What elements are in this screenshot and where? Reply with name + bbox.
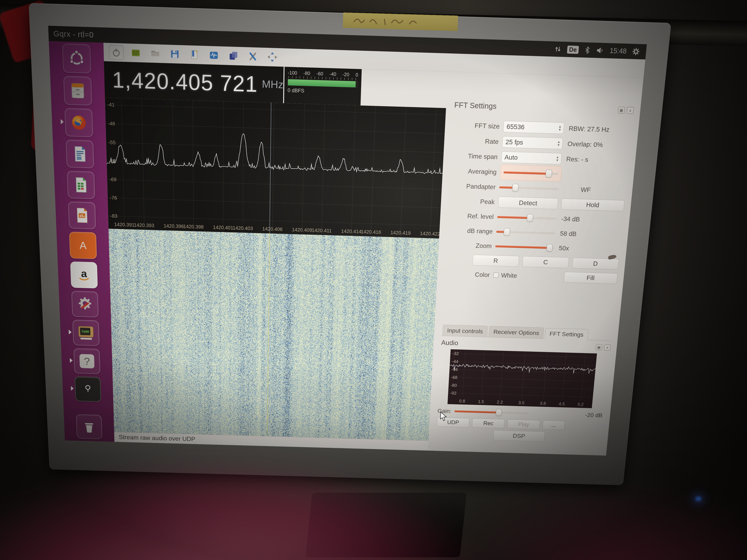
rate-spinbox[interactable]: 25 fps ▲▼ [502,136,563,150]
tab-input-controls[interactable]: Input controls [442,324,488,337]
launcher-item-libreoffice-calc[interactable] [67,171,95,199]
close-panel-icon[interactable]: x [627,107,634,114]
trash-icon [80,418,98,435]
more-options-button[interactable]: ... [542,420,565,430]
launcher-item-amazon[interactable]: a [70,262,98,288]
launcher-item-help[interactable]: ? [73,348,100,374]
running-indicator [69,330,72,335]
launcher-item-files[interactable] [63,76,92,105]
tools-button[interactable] [246,49,260,64]
slider-knob[interactable] [527,214,533,222]
slider-knob[interactable] [512,184,519,192]
network-arrows-icon[interactable] [554,45,562,53]
reset-plot-button[interactable]: R [472,255,519,267]
white-checkbox[interactable] [493,272,499,278]
spectrum-canvas[interactable] [105,98,446,238]
launcher-item-system-settings[interactable] [71,291,99,317]
floppy-save-icon [170,49,180,60]
time-span-spinbox[interactable]: Auto ▲▼ [501,151,562,165]
ref-level-label: Ref. level [448,212,494,220]
float-panel-icon[interactable]: ▣ [618,107,625,114]
fft-size-spinbox[interactable]: 65536 ▲▼ [503,121,565,134]
gqrx-window: 1,420.405 721 MHz -100 -80 -60 -40 [103,43,645,456]
bluetooth-icon[interactable] [584,46,591,54]
averaging-slider[interactable] [503,167,559,180]
slider-knob[interactable] [545,169,552,178]
meter-bar [288,79,358,87]
screen: Gqrx - rtl=0 De 15:48 [48,26,647,456]
db-range-value: 58 dB [560,230,577,237]
iq-tools-button[interactable] [226,49,241,63]
peak-hold-button[interactable]: Hold [561,198,625,211]
running-indicator [61,119,64,124]
rate-label: Rate [452,137,499,145]
demod-plot-button[interactable]: D [572,258,619,270]
wf-label: WF [581,186,591,193]
volume-icon[interactable] [596,47,604,54]
fill-button[interactable]: Fill [564,272,618,284]
clock[interactable]: 15:48 [610,47,627,55]
center-plot-button[interactable]: C [522,256,569,268]
launcher-item-trash[interactable] [76,414,102,439]
svg-text:A: A [79,239,87,251]
ref-level-row: Ref. level -34 dB [448,210,623,226]
launcher-item-gqrx[interactable] [75,376,101,402]
meter-tick: -100 [288,70,298,76]
launcher-item-terminal[interactable]: TERM [72,320,100,346]
rec-button[interactable]: Rec [472,418,505,429]
bookmarks-button[interactable] [187,47,202,62]
file-cabinet-icon [68,81,87,101]
pandapter-slider[interactable] [499,182,560,194]
rate-value: 25 fps [505,138,557,147]
save-button[interactable] [168,47,182,61]
fullscreen-arrows-icon [267,52,278,63]
spinbox-arrows-icon[interactable]: ▲▼ [556,156,559,162]
gqrx-tuner-icon [79,381,97,398]
ref-level-slider[interactable] [497,211,557,224]
fullscreen-button[interactable] [265,50,280,64]
frequency-display[interactable]: 1,420.405 721 MHz [104,61,284,103]
color-row: Color White Fill [445,268,618,284]
iq-display-button[interactable] [128,46,143,60]
float-panel-icon[interactable]: ▣ [595,344,602,350]
question-mark-icon: ? [78,352,96,370]
launcher-item-dash-home[interactable] [62,44,91,73]
launcher-item-libreoffice-writer[interactable] [66,140,94,168]
audio-fft-canvas[interactable] [447,349,597,408]
waterfall-canvas[interactable] [108,229,439,441]
averaging-label: Averaging [450,167,497,176]
plot-column: 1,420.405 721 MHz -100 -80 -60 -40 [104,61,448,451]
peak-label: Peak [449,197,495,206]
audio-panel-header: Audio ▣ x [441,339,611,351]
pandapter-label: Pandapter [449,182,496,191]
keyboard-layout-indicator[interactable]: De [567,46,579,54]
peak-detect-button[interactable]: Detect [498,196,559,210]
bookmark-icon [189,49,200,60]
launcher-item-firefox[interactable] [65,108,93,137]
calc-spreadsheet-icon [72,176,90,194]
open-file-button[interactable] [148,46,163,61]
frequency-value[interactable]: 1,420.405 721 [112,67,258,97]
spinbox-arrows-icon[interactable]: ▲▼ [558,125,562,131]
slider-knob[interactable] [546,244,553,251]
meter-tick: -40 [330,71,336,77]
zoom-slider[interactable] [495,241,555,253]
dsp-settings-button[interactable] [206,48,221,63]
gain-slider[interactable] [454,406,529,418]
tab-fft-settings[interactable]: FFT Settings [545,328,589,340]
spinbox-arrows-icon[interactable]: ▲▼ [557,140,561,147]
start-stop-dsp-button[interactable] [109,45,124,60]
res-value: Res: - s [566,155,589,163]
launcher-item-libreoffice-impress[interactable] [68,202,96,229]
slider-knob[interactable] [496,409,502,416]
play-button[interactable]: Play [507,419,540,429]
close-panel-icon[interactable]: x [604,344,611,350]
session-gear-icon[interactable] [632,48,640,56]
tab-receiver-options[interactable]: Receiver Options [489,326,544,339]
launcher-item-ubuntu-software[interactable]: A [69,232,97,259]
running-indicator [71,386,74,391]
fft-size-value: 65536 [506,123,559,132]
db-range-slider[interactable] [496,226,556,239]
slider-knob[interactable] [504,228,510,236]
dsp-button[interactable]: DSP [493,430,545,442]
